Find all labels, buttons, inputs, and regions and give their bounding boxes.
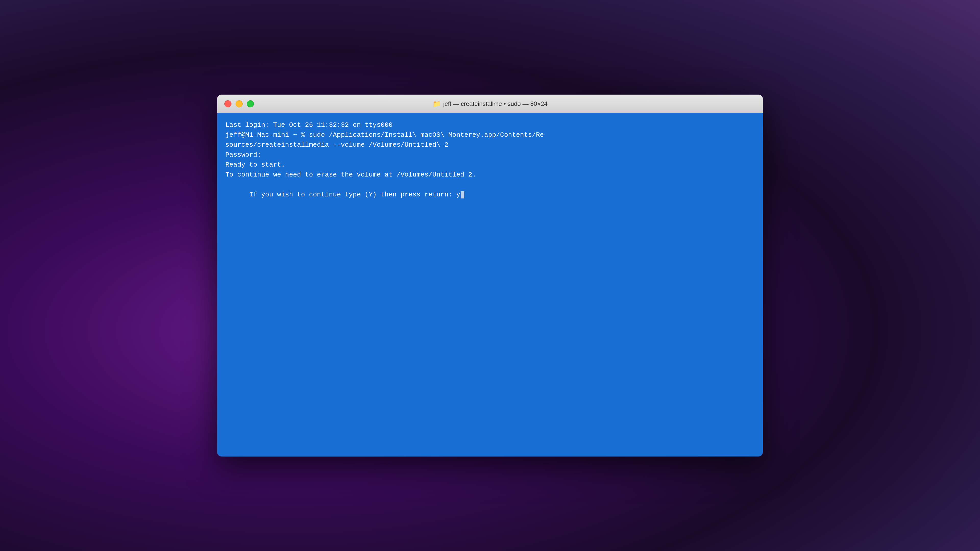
terminal-line-7: If you wish to continue type (Y) then pr… xyxy=(225,180,755,210)
terminal-window: 📁 jeff — createinstallme • sudo — 80×24 … xyxy=(217,94,763,457)
title-bar: 📁 jeff — createinstallme • sudo — 80×24 xyxy=(217,95,763,113)
traffic-lights xyxy=(224,100,254,107)
close-button[interactable] xyxy=(224,100,231,107)
terminal-line-6: To continue we need to erase the volume … xyxy=(225,170,755,180)
terminal-line-3: sources/createinstallmedia --volume /Vol… xyxy=(225,140,755,150)
terminal-line-5: Ready to start. xyxy=(225,160,755,170)
window-title: 📁 jeff — createinstallme • sudo — 80×24 xyxy=(433,100,548,108)
cursor xyxy=(461,191,464,198)
folder-icon: 📁 xyxy=(433,100,441,108)
terminal-line-1: Last login: Tue Oct 26 11:32:32 on ttys0… xyxy=(225,120,755,130)
terminal-body[interactable]: Last login: Tue Oct 26 11:32:32 on ttys0… xyxy=(217,113,763,456)
terminal-line-2: jeff@M1-Mac-mini ~ % sudo /Applications/… xyxy=(225,130,755,140)
window-title-text: jeff — createinstallme • sudo — 80×24 xyxy=(443,100,548,107)
minimize-button[interactable] xyxy=(235,100,243,107)
terminal-line-4: Password: xyxy=(225,150,755,160)
maximize-button[interactable] xyxy=(247,100,254,107)
